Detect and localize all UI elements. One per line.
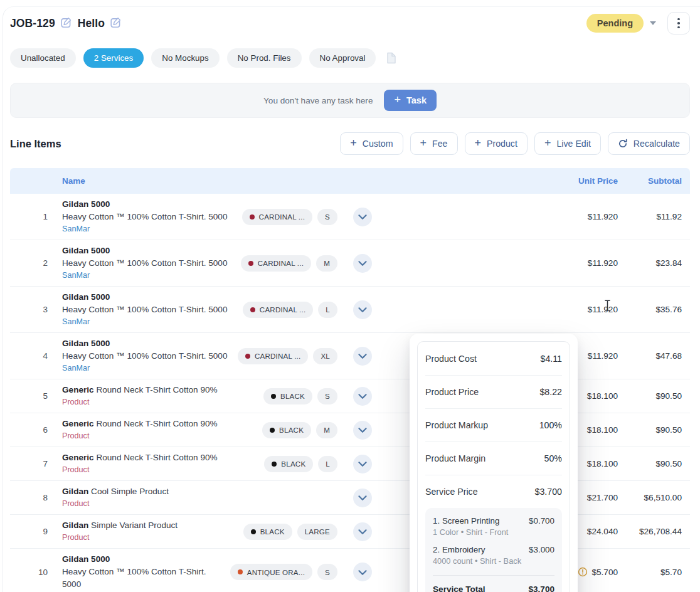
product-title: Round Neck T-Shirt Cotton 90% <box>96 419 217 428</box>
product-brand: Gildan 5000 <box>62 246 110 255</box>
expand-row-button[interactable] <box>353 347 372 366</box>
vendor-link[interactable]: Product <box>62 498 332 510</box>
product-brand: Gildan 5000 <box>62 554 110 564</box>
filter-chip-unallocated[interactable]: Unallocated <box>10 48 76 68</box>
expand-row-button[interactable] <box>353 455 372 473</box>
product-description: Heavy Cotton ™ 100% Cotton T-Shirt. 5000 <box>62 350 233 362</box>
product-brand: Generic <box>62 453 94 462</box>
action-label: Live Edit <box>556 139 590 149</box>
vendor-link[interactable]: Product <box>62 396 258 408</box>
plus-icon: + <box>475 137 482 149</box>
expand-row-button[interactable] <box>353 387 372 406</box>
expand-row-button[interactable] <box>353 489 372 507</box>
edit-icon <box>110 17 122 30</box>
vendor-link[interactable]: Product <box>62 532 238 544</box>
add-task-button[interactable]: + Task <box>384 90 437 111</box>
color-chip: CARDINAL ... <box>242 209 312 225</box>
vendor-link[interactable]: SanMar <box>62 316 238 328</box>
add-live-edit-button[interactable]: +Live Edit <box>534 132 601 155</box>
stat-value: $8.22 <box>539 387 562 397</box>
product-name-cell: Gildan Cool Simple Product Product <box>62 485 337 510</box>
product-brand: Gildan 5000 <box>62 339 110 348</box>
line-item-row: 2 Gildan 5000 Heavy Cotton ™ 100% Cotton… <box>10 240 690 287</box>
edit-job-title-button[interactable] <box>110 17 122 30</box>
vendor-link[interactable]: Product <box>62 430 257 442</box>
row-number: 7 <box>43 459 62 468</box>
services-breakdown-box: 1. Screen Printing$0.7001 Color • Shirt … <box>425 508 562 592</box>
filter-chip-2-services[interactable]: 2 Services <box>83 48 144 68</box>
expand-row-button[interactable] <box>353 522 372 541</box>
subtotal-value: $90.50 <box>655 391 690 401</box>
filter-chip-no-mockups[interactable]: No Mockups <box>151 48 219 68</box>
row-number: 4 <box>43 351 62 361</box>
product-name-cell: Gildan 5000 Heavy Cotton ™ 100% Cotton T… <box>62 245 241 282</box>
vendor-link[interactable]: SanMar <box>62 223 237 235</box>
line-items-actions: +Custom+Fee+Product+Live EditRecalculate <box>340 132 690 155</box>
line-item-row: 8 Gildan Cool Simple Product Product 300… <box>10 481 690 515</box>
chevron-down-icon <box>358 212 367 221</box>
size-chip: S <box>317 209 337 225</box>
color-chip: CARDINAL ... <box>241 255 311 272</box>
variant-chips: BLACKLARGE <box>243 524 345 540</box>
more-actions-button[interactable] <box>667 12 690 34</box>
color-chip: ANTIQUE ORA... <box>230 564 312 580</box>
edit-icon <box>61 17 72 30</box>
plus-icon: + <box>394 94 401 105</box>
service-price: $0.700 <box>529 516 554 526</box>
variant-chips: ANTIQUE ORA...S <box>230 564 345 580</box>
size-chip: S <box>317 388 337 404</box>
add-custom-button[interactable]: +Custom <box>340 132 403 155</box>
vendor-link[interactable]: SanMar <box>62 362 233 374</box>
kebab-dot <box>677 22 679 24</box>
variant-chips: CARDINAL ...L <box>243 302 345 318</box>
action-label: Fee <box>432 139 447 149</box>
color-chip: BLACK <box>263 388 312 404</box>
filter-chip-no-approval[interactable]: No Approval <box>309 48 376 68</box>
size-chip: L <box>318 456 337 472</box>
refresh-icon <box>618 139 628 149</box>
unit-price-value: $11.920 <box>588 351 618 361</box>
stat-row-product-price: Product Price$8.22 <box>425 375 562 408</box>
variant-chips: CARDINAL ...S <box>242 209 345 225</box>
chevron-down-icon <box>358 425 367 435</box>
add-recalculate-button[interactable]: Recalculate <box>608 132 690 155</box>
color-chip: BLACK <box>243 524 292 540</box>
filter-chip-no-prod-files[interactable]: No Prod. Files <box>227 48 302 68</box>
stat-label: Product Price <box>425 387 479 397</box>
stat-row-product-cost: Product Cost$4.11 <box>425 342 562 375</box>
size-chip: XL <box>313 348 337 364</box>
edit-job-code-button[interactable] <box>61 17 72 30</box>
line-item-row: 5 Generic Round Neck T-Shirt Cotton 90% … <box>10 379 690 413</box>
line-items-header: Line Items +Custom+Fee+Product+Live Edit… <box>10 131 690 156</box>
vendor-link[interactable]: SanMar <box>62 270 236 282</box>
row-number: 2 <box>43 258 62 268</box>
color-chip: BLACK <box>264 456 313 472</box>
unit-price-value: $24.040 <box>587 527 618 536</box>
expand-row-button[interactable] <box>353 421 372 440</box>
unit-price-value: $18.100 <box>587 391 618 401</box>
add-fee-button[interactable]: +Fee <box>410 132 458 155</box>
unit-price-value: $21.700 <box>587 493 618 502</box>
variant-chips: BLACKS <box>263 388 345 404</box>
vendor-link[interactable]: Product <box>62 464 259 476</box>
action-label: Custom <box>363 139 393 149</box>
table-header: Name Unit Price Subtotal <box>10 168 690 194</box>
status-caret-icon[interactable] <box>650 21 656 25</box>
add-product-button[interactable]: +Product <box>465 132 528 155</box>
chevron-down-icon <box>358 258 367 268</box>
expand-row-button[interactable] <box>353 563 372 581</box>
row-number: 9 <box>43 527 62 536</box>
size-chip: M <box>316 422 337 438</box>
product-title: Simple Variant Product <box>91 521 178 530</box>
plus-icon: + <box>544 137 551 149</box>
product-brand: Generic <box>62 419 94 428</box>
expand-row-button[interactable] <box>353 208 372 226</box>
no-task-message: You don't have any task here <box>263 96 373 105</box>
product-brand: Gildan <box>62 521 88 530</box>
expand-row-button[interactable] <box>353 300 372 319</box>
unit-price-value: $5.700 <box>578 567 618 577</box>
expand-row-button[interactable] <box>353 254 372 273</box>
status-badge[interactable]: Pending <box>586 14 644 33</box>
stat-row-product-markup: Product Markup100% <box>425 408 562 441</box>
color-chip: CARDINAL ... <box>243 302 313 318</box>
